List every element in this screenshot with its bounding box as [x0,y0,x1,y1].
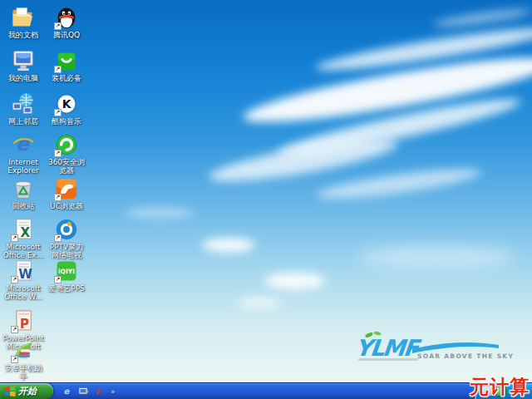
desktop-icon-label: 腾讯QQ [45,31,88,39]
desktop-icon-excel[interactable]: X ↗ Microsoft Office Ex... [2,217,45,259]
desktop-icon-label: 酷狗音乐 [45,117,88,126]
start-button[interactable]: 开始 [0,383,53,399]
shortcut-arrow-icon: ↗ [11,234,18,242]
desktop-icon-tencent-qq[interactable]: ↗ 腾讯QQ [45,5,88,39]
shortcut-arrow-icon: ↗ [54,194,62,201]
desktop-icon-android-assistant[interactable]: ↗ 安卓手机助手 [2,338,45,381]
show-desktop-button[interactable] [76,385,90,398]
shortcut-arrow-icon: ↗ [11,326,18,333]
shortcut-arrow-icon: ↗ [54,22,62,30]
desktop-icon-label: Microsoft Office W... [2,284,45,301]
desktop-icon-label: 网上邻居 [2,117,45,126]
qq-penguin-icon: ↗ [54,5,79,30]
kugou-k-icon: K ↗ [54,91,79,116]
cloud [432,7,532,30]
ylmf-slogan-text: SOAR ABOVE THE SKY [417,352,514,360]
shortcut-arrow-icon: ↗ [11,276,18,283]
windows-logo-icon [4,386,16,397]
desktop-icon-label: 爱奇艺PPS [45,284,88,293]
excel-icon: X ↗ [11,217,36,242]
desktop-icon-my-computer[interactable]: 我的电脑 [2,48,45,82]
ie-icon: e [62,386,72,397]
desktop-icon-label: Microsoft Office Ex... [2,243,45,259]
svg-text:P: P [20,317,29,332]
desktop-icon-label: 我的电脑 [2,74,45,82]
media-player-button[interactable] [93,385,106,398]
powerpoint-icon: P ↗ [11,308,36,333]
desktop-icon-label: PPTV聚力 网络电视 [45,243,88,259]
cloud [264,273,326,289]
svg-text:e: e [16,133,30,155]
svg-text:X: X [21,225,31,240]
pea-pod-icon: ↗ [11,338,36,363]
desktop-icon-label: UC浏览器 [45,202,88,210]
desktop-icon-pptv[interactable]: ↗ PPTV聚力 网络电视 [45,217,88,259]
green-bag-icon: ↗ [54,48,79,73]
ylmf-watermark: YLMF SOAR ABOVE THE SKY [356,331,501,366]
desktop-icon-recycle-bin[interactable]: 回收站 [2,176,45,210]
svg-text:iQIYI: iQIYI [58,268,75,275]
media-swoosh-icon [95,386,106,397]
desktop-icon-word[interactable]: W ↗ Microsoft Office W... [2,259,45,301]
cloud [125,208,195,218]
desktop-icon-label: 360安全浏览器 [45,158,88,175]
pptv-icon: ↗ [54,217,79,242]
svg-text:K: K [62,97,72,111]
computer-icon [11,48,36,73]
svg-text:W: W [18,267,32,282]
svg-text:e: e [63,387,70,396]
desktop-icon-label: 回收站 [2,202,45,210]
quick-launch-bar: e » [60,383,116,399]
ylmf-small-text-line [358,358,418,361]
start-label: 开始 [18,385,37,397]
uc-squirrel-icon: ↗ [54,176,79,201]
desktop-icon-label: Internet Explorer [2,158,45,175]
desktop-icon-kugou-music[interactable]: K ↗ 酷狗音乐 [45,91,88,126]
360-browser-icon: ↗ [54,132,79,157]
shortcut-arrow-icon: ↗ [54,66,62,73]
corner-watermark-text: 元计算 [470,377,530,397]
desktop-icon-360-browser[interactable]: ↗ 360安全浏览器 [45,132,88,175]
shortcut-arrow-icon: ↗ [54,234,62,242]
ie-icon: e [11,132,36,157]
desktop-icon-label: 安卓手机助手 [2,364,45,381]
cloud [202,238,255,253]
cloud [315,163,482,204]
network-globe-icon [11,91,36,116]
desktop-icon-label: 装机必备 [45,74,88,82]
ie-quicklaunch-button[interactable]: e [60,385,73,398]
shortcut-arrow-icon: ↗ [54,109,62,116]
desktop-icon-label: 我的文档 [2,31,45,39]
desktop-icon-network-places[interactable]: 网上邻居 [2,91,45,126]
shortcut-arrow-icon: ↗ [54,276,62,283]
desktop-icon-zhuangji-bibei[interactable]: ↗ 装机必备 [45,48,88,82]
ylmf-logo-text: YLMF [356,335,423,361]
shortcut-arrow-icon: ↗ [54,150,62,157]
taskbar: 开始 e » [0,382,532,399]
desktop-icon-my-documents[interactable]: 我的文档 [2,5,45,39]
quicklaunch-overflow-chevron[interactable]: » [111,387,116,396]
cloud [357,245,515,268]
desktop: 我的文档 ↗ 腾讯QQ 我的电脑 ↗ 装机必备 网上邻居 K ↗ 酷 [0,0,532,399]
show-desktop-icon [78,386,89,397]
cloud [238,298,281,308]
desktop-icon-iqiyi[interactable]: iQIYI ↗ 爱奇艺PPS [45,259,88,293]
desktop-icon-internet-explorer[interactable]: e Internet Explorer [2,132,45,175]
desktop-icon-uc-browser[interactable]: ↗ UC浏览器 [45,176,88,210]
recycle-bin-icon [11,176,36,201]
iqiyi-icon: iQIYI ↗ [54,259,79,283]
shortcut-arrow-icon: ↗ [11,356,18,363]
word-icon: W ↗ [11,259,36,283]
folder-icon [11,5,36,30]
